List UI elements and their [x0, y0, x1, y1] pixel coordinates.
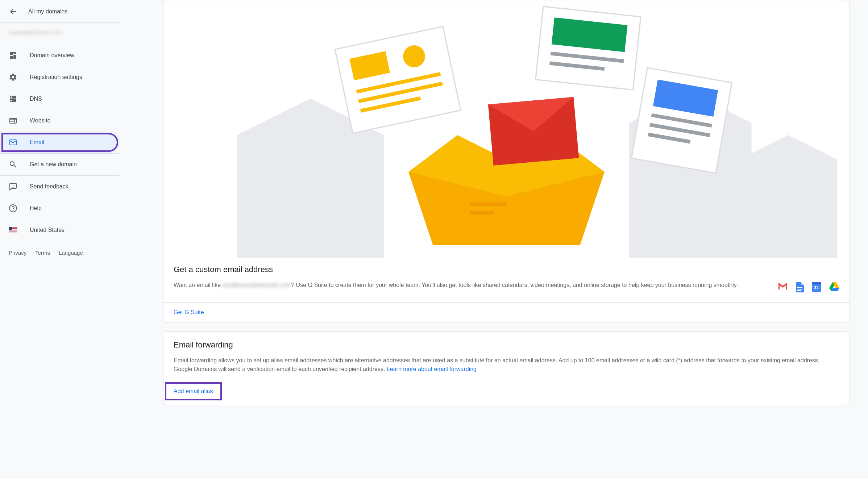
back-arrow-icon[interactable]	[9, 7, 17, 16]
sidebar-item-send-feedback[interactable]: Send feedback	[0, 176, 120, 197]
add-email-alias-button[interactable]: Add email alias	[166, 384, 220, 399]
learn-more-link[interactable]: Learn more about email forwarding	[387, 366, 477, 372]
domain-name: exampledomain.com	[0, 23, 120, 45]
sidebar: All my domains exampledomain.com Domain …	[0, 0, 120, 479]
website-icon	[9, 116, 17, 125]
help-icon	[9, 204, 17, 213]
sidebar-item-label: Domain overview	[30, 52, 74, 59]
email-forwarding-description: Email forwarding allows you to set up al…	[174, 356, 839, 374]
svg-point-2	[13, 187, 13, 188]
dns-icon	[9, 95, 17, 103]
sidebar-item-label: Send feedback	[30, 183, 68, 190]
footer-language-link[interactable]: Language	[59, 250, 83, 256]
gear-icon	[9, 73, 17, 82]
svg-text:31: 31	[814, 285, 819, 290]
email-icon	[9, 138, 17, 147]
svg-rect-25	[797, 290, 801, 291]
sidebar-item-registration-settings[interactable]: Registration settings	[0, 66, 120, 88]
gsuite-text-pre: Want an email like	[174, 282, 223, 288]
calendar-icon: 31	[812, 282, 821, 293]
email-forwarding-title: Email forwarding	[174, 340, 839, 350]
sidebar-item-dns[interactable]: DNS	[0, 88, 120, 110]
gsuite-product-icons: 31	[778, 281, 839, 293]
email-forwarding-card: Email forwarding Email forwarding allows…	[163, 331, 850, 405]
svg-rect-5	[470, 203, 506, 206]
sidebar-item-country[interactable]: United States	[0, 219, 120, 241]
gsuite-card: Get a custom email address Want an email…	[163, 0, 850, 322]
us-flag-icon	[9, 226, 17, 234]
feedback-icon	[9, 182, 17, 191]
gsuite-illustration	[163, 0, 850, 265]
sidebar-title[interactable]: All my domains	[28, 8, 67, 15]
sidebar-item-help[interactable]: Help	[0, 197, 120, 219]
docs-icon	[796, 282, 804, 293]
sidebar-item-get-new-domain[interactable]: Get a new domain	[0, 154, 120, 175]
add-alias-highlight: Add email alias	[165, 382, 222, 400]
sidebar-item-label: Registration settings	[30, 74, 82, 80]
main-content: Get a custom email address Want an email…	[120, 0, 868, 479]
sidebar-item-label: DNS	[30, 96, 42, 102]
sidebar-footer: Privacy Terms Language	[0, 241, 120, 265]
sidebar-item-website[interactable]: Website	[0, 110, 120, 132]
sidebar-item-domain-overview[interactable]: Domain overview	[0, 45, 120, 66]
svg-rect-24	[797, 289, 802, 290]
gsuite-text-email-example: you@exampledomain.com	[223, 282, 291, 288]
search-icon	[9, 160, 17, 169]
gsuite-title: Get a custom email address	[174, 265, 839, 274]
footer-privacy-link[interactable]: Privacy	[9, 250, 26, 256]
sidebar-item-label: United States	[30, 227, 65, 233]
svg-point-4	[13, 210, 13, 211]
gsuite-text-post: ? Use G Suite to create them for your wh…	[291, 282, 738, 288]
drive-icon	[829, 282, 839, 292]
sidebar-item-email[interactable]: Email	[0, 132, 120, 153]
gsuite-description: Want an email like you@exampledomain.com…	[174, 281, 769, 293]
svg-rect-23	[797, 287, 802, 288]
sidebar-item-label: Website	[30, 117, 51, 124]
gmail-icon	[778, 282, 788, 291]
svg-rect-8	[335, 26, 461, 133]
email-forwarding-text: Email forwarding allows you to set up al…	[174, 357, 819, 372]
sidebar-item-label: Email	[30, 139, 44, 146]
sidebar-item-label: Help	[30, 205, 42, 212]
svg-rect-6	[470, 211, 494, 214]
sidebar-item-label: Get a new domain	[30, 161, 77, 168]
footer-terms-link[interactable]: Terms	[35, 250, 50, 256]
dashboard-icon	[9, 51, 17, 60]
svg-rect-27	[812, 282, 821, 284]
get-gsuite-button[interactable]: Get G Suite	[174, 309, 204, 316]
